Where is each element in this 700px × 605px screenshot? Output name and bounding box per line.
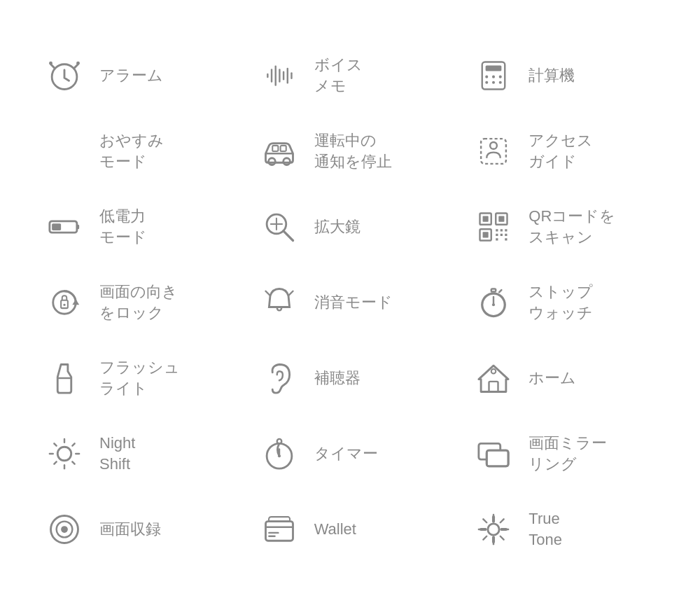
item-do-not-disturb: おやすみ モード <box>28 113 243 189</box>
voice-memo-label: ボイス メモ <box>314 55 363 96</box>
item-access-guide: アクセス ガイド <box>457 113 672 189</box>
svg-line-56 <box>499 290 501 292</box>
voice-memo-icon <box>257 53 302 98</box>
svg-point-1 <box>49 62 52 65</box>
svg-rect-4 <box>270 69 272 83</box>
svg-point-54 <box>492 303 495 306</box>
silent-icon <box>257 280 302 325</box>
svg-line-70 <box>54 461 56 464</box>
svg-line-68 <box>72 461 74 464</box>
svg-rect-38 <box>500 229 503 231</box>
svg-line-92 <box>484 536 487 540</box>
qr-scan-icon <box>471 204 516 249</box>
item-screen-mirror: 画面ミラー リング <box>457 416 672 492</box>
svg-point-18 <box>268 158 275 165</box>
svg-point-61 <box>491 369 496 374</box>
svg-rect-42 <box>505 234 507 236</box>
alarm-label: アラーム <box>99 65 163 86</box>
svg-rect-5 <box>274 65 276 85</box>
calculator-label: 計算機 <box>528 65 575 86</box>
svg-rect-81 <box>265 522 293 541</box>
svg-rect-32 <box>483 216 489 222</box>
flashlight-icon <box>42 356 87 401</box>
svg-rect-3 <box>267 74 268 78</box>
svg-rect-26 <box>52 223 61 230</box>
svg-line-28 <box>283 231 293 241</box>
stopwatch-icon <box>471 280 516 325</box>
svg-rect-44 <box>505 238 507 240</box>
svg-point-2 <box>76 62 80 65</box>
item-calculator: 計算機 <box>457 38 672 113</box>
item-night-shift: Night Shift <box>28 416 243 492</box>
item-silent: 消音モード <box>243 265 458 340</box>
svg-rect-34 <box>499 216 505 222</box>
svg-point-74 <box>278 454 281 457</box>
timer-icon <box>257 431 302 476</box>
svg-rect-36 <box>483 232 489 237</box>
rotation-lock-label: 画面の向き をロック <box>99 281 178 323</box>
svg-rect-21 <box>280 146 286 151</box>
screen-record-icon <box>42 507 87 552</box>
flashlight-label: フラッシュ ライト <box>99 357 180 398</box>
svg-point-72 <box>276 439 281 444</box>
alarm-icon <box>42 53 87 98</box>
svg-point-80 <box>61 526 68 533</box>
svg-marker-46 <box>72 299 79 305</box>
magnifier-icon <box>257 204 302 249</box>
do-not-disturb-label: おやすみ モード <box>99 130 164 172</box>
svg-line-89 <box>484 519 487 522</box>
low-power-label: 低電力 モード <box>99 206 147 247</box>
wallet-icon <box>257 507 302 552</box>
item-home: ホーム <box>457 340 672 416</box>
screen-record-label: 画面収録 <box>99 519 161 540</box>
svg-point-17 <box>499 81 502 84</box>
svg-rect-25 <box>77 225 79 230</box>
screen-mirror-icon <box>471 431 516 476</box>
stopwatch-label: ストップ ウォッチ <box>528 281 593 323</box>
calculator-icon <box>471 53 516 98</box>
item-stopwatch: ストップ ウォッチ <box>457 265 672 340</box>
svg-line-90 <box>500 536 504 540</box>
home-label: ホーム <box>528 368 576 389</box>
item-true-tone: True Tone <box>457 492 672 567</box>
item-driving: 運転中の 通知を停止 <box>243 113 458 189</box>
svg-rect-39 <box>505 229 507 231</box>
do-not-disturb-icon <box>42 129 87 174</box>
item-magnifier: 拡大鏡 <box>243 189 458 265</box>
svg-point-23 <box>490 142 497 149</box>
svg-rect-20 <box>272 146 278 151</box>
item-alarm: アラーム <box>28 38 243 113</box>
item-hearing: 補聴器 <box>243 340 458 416</box>
svg-rect-41 <box>500 234 503 236</box>
item-flashlight: フラッシュ ライト <box>28 340 243 416</box>
svg-point-84 <box>488 524 499 535</box>
home-icon <box>471 356 516 401</box>
svg-point-14 <box>499 76 502 78</box>
item-screen-record: 画面収録 <box>28 492 243 567</box>
hearing-label: 補聴器 <box>314 368 360 389</box>
svg-rect-11 <box>486 65 502 71</box>
svg-point-13 <box>492 76 495 78</box>
qr-scan-label: QRコードを スキャン <box>528 206 615 247</box>
svg-rect-37 <box>496 229 498 231</box>
svg-rect-76 <box>487 450 509 466</box>
true-tone-label: True Tone <box>528 508 562 550</box>
driving-label: 運転中の 通知を停止 <box>314 130 392 172</box>
hearing-icon <box>257 356 302 401</box>
access-guide-label: アクセス ガイド <box>528 130 593 172</box>
item-rotation-lock: 画面の向き をロック <box>28 265 243 340</box>
item-low-power: 低電力 モード <box>28 189 243 265</box>
svg-rect-60 <box>489 382 498 392</box>
svg-rect-55 <box>491 289 496 292</box>
svg-rect-40 <box>496 234 498 236</box>
screen-mirror-label: 画面ミラー リング <box>528 433 607 474</box>
item-timer: タイマー <box>243 416 458 492</box>
magnifier-label: 拡大鏡 <box>314 216 360 237</box>
svg-point-62 <box>57 447 71 461</box>
svg-point-15 <box>486 81 489 84</box>
item-wallet: Wallet <box>243 492 458 567</box>
svg-rect-43 <box>496 238 498 240</box>
svg-line-49 <box>265 291 270 296</box>
svg-rect-6 <box>279 69 280 83</box>
driving-icon <box>257 129 302 174</box>
